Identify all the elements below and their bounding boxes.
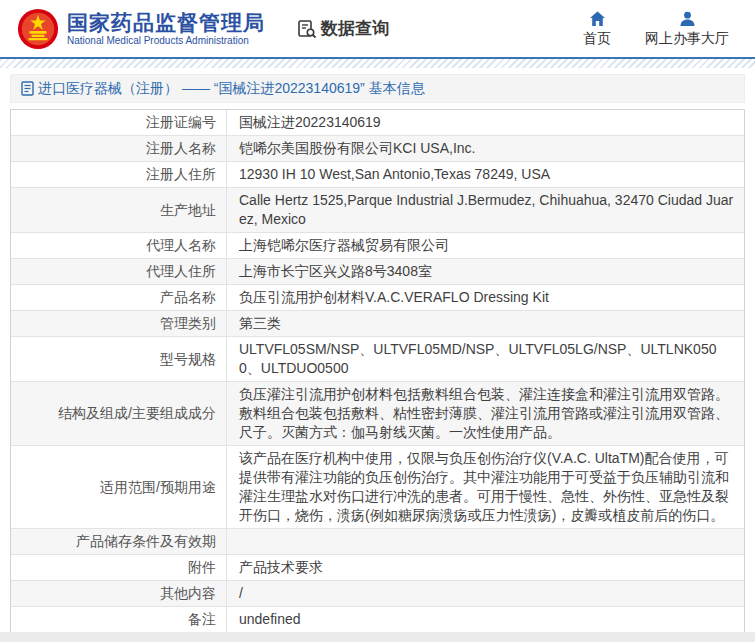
data-query-icon bbox=[297, 19, 317, 39]
row-value: / bbox=[227, 581, 744, 606]
info-table: 注册证编号国械注进20223140619注册人名称铠唏尔美国股份有限公司KCI … bbox=[10, 109, 745, 642]
table-row: 代理人住所上海市长宁区兴义路8号3408室 bbox=[11, 259, 744, 285]
home-icon bbox=[589, 11, 606, 27]
row-label: 适用范围/预期用途 bbox=[11, 446, 227, 528]
table-row: 其他内容/ bbox=[11, 581, 744, 607]
footer-strip bbox=[0, 632, 755, 642]
table-row: 备注undefined bbox=[11, 607, 744, 633]
agency-name-cn: 国家药品监督管理局 bbox=[67, 11, 265, 35]
nav-online-service-hall-label: 网上办事大厅 bbox=[645, 30, 729, 46]
row-label: 备注 bbox=[11, 607, 227, 632]
row-value: 产品技术要求 bbox=[227, 555, 744, 580]
row-label: 生产地址 bbox=[11, 188, 227, 232]
main-content: 进口医疗器械（注册） —— “国械注进20223140619” 基本信息 注册证… bbox=[0, 68, 755, 642]
table-row: 注册人住所12930 IH 10 West,San Antonio,Texas … bbox=[11, 162, 744, 188]
agency-title-block: 国家药品监督管理局 National Medical Products Admi… bbox=[67, 11, 265, 47]
row-value: 上海市长宁区兴义路8号3408室 bbox=[227, 259, 744, 284]
row-value bbox=[227, 529, 744, 554]
row-label: 型号规格 bbox=[11, 337, 227, 381]
row-value: 12930 IH 10 West,San Antonio,Texas 78249… bbox=[227, 162, 744, 187]
site-header: 国家药品监督管理局 National Medical Products Admi… bbox=[0, 0, 755, 57]
row-value: 负压灌注引流用护创材料包括敷料组合包装、灌注连接盒和灌注引流用双管路。敷料组合包… bbox=[227, 382, 744, 445]
row-label: 注册证编号 bbox=[11, 110, 227, 135]
row-label: 附件 bbox=[11, 555, 227, 580]
table-row: 产品储存条件及有效期 bbox=[11, 529, 744, 555]
table-row: 代理人名称上海铠唏尔医疗器械贸易有限公司 bbox=[11, 233, 744, 259]
table-row: 注册证编号国械注进20223140619 bbox=[11, 110, 744, 136]
table-row: 注册人名称铠唏尔美国股份有限公司KCI USA,Inc. bbox=[11, 136, 744, 162]
table-row: 产品名称负压引流用护创材料V.A.C.VERAFLO Dressing Kit bbox=[11, 285, 744, 311]
row-label: 注册人住所 bbox=[11, 162, 227, 187]
row-value: ULTVFL05SM/NSP、ULTVFL05MD/NSP、ULTVFL05LG… bbox=[227, 337, 744, 381]
table-row: 附件产品技术要求 bbox=[11, 555, 744, 581]
row-value: 负压引流用护创材料V.A.C.VERAFLO Dressing Kit bbox=[227, 285, 744, 310]
row-label: 产品名称 bbox=[11, 285, 227, 310]
row-value: Calle Hertz 1525,Parque Industrial J.Ber… bbox=[227, 188, 744, 232]
top-nav: 首页 网上办事大厅 bbox=[583, 11, 747, 46]
row-label: 产品储存条件及有效期 bbox=[11, 529, 227, 554]
table-row: 结构及组成/主要组成成分负压灌注引流用护创材料包括敷料组合包装、灌注连接盒和灌注… bbox=[11, 382, 744, 446]
row-value: 第三类 bbox=[227, 311, 744, 336]
user-icon bbox=[679, 11, 696, 27]
document-icon bbox=[21, 81, 34, 96]
row-label: 其他内容 bbox=[11, 581, 227, 606]
nav-home-label: 首页 bbox=[583, 30, 611, 46]
row-label: 代理人名称 bbox=[11, 233, 227, 258]
row-value: 铠唏尔美国股份有限公司KCI USA,Inc. bbox=[227, 136, 744, 161]
decorative-hatch-band bbox=[0, 59, 755, 68]
agency-name-en: National Medical Products Administration bbox=[67, 35, 265, 47]
table-row: 型号规格ULTVFL05SM/NSP、ULTVFL05MD/NSP、ULTVFL… bbox=[11, 337, 744, 382]
national-emblem-logo bbox=[17, 8, 59, 50]
row-label: 管理类别 bbox=[11, 311, 227, 336]
table-row: 管理类别第三类 bbox=[11, 311, 744, 337]
nav-online-service-hall[interactable]: 网上办事大厅 bbox=[645, 11, 729, 46]
table-row: 适用范围/预期用途该产品在医疗机构中使用，仅限与负压创伤治疗仪(V.A.C. U… bbox=[11, 446, 744, 529]
table-row: 生产地址Calle Hertz 1525,Parque Industrial J… bbox=[11, 188, 744, 233]
breadcrumb: 进口医疗器械（注册） —— “国械注进20223140619” 基本信息 bbox=[10, 74, 745, 103]
row-label: 注册人名称 bbox=[11, 136, 227, 161]
row-label: 结构及组成/主要组成成分 bbox=[11, 382, 227, 445]
data-query-label: 数据查询 bbox=[321, 17, 389, 40]
data-query-tab[interactable]: 数据查询 bbox=[297, 17, 389, 40]
row-value: undefined bbox=[227, 607, 744, 632]
row-value: 上海铠唏尔医疗器械贸易有限公司 bbox=[227, 233, 744, 258]
page-title: 进口医疗器械（注册） —— “国械注进20223140619” 基本信息 bbox=[38, 80, 425, 98]
row-label: 代理人住所 bbox=[11, 259, 227, 284]
nav-home[interactable]: 首页 bbox=[583, 11, 611, 46]
row-value: 国械注进20223140619 bbox=[227, 110, 744, 135]
row-value: 该产品在医疗机构中使用，仅限与负压创伤治疗仪(V.A.C. UltaTM)配合使… bbox=[227, 446, 744, 528]
